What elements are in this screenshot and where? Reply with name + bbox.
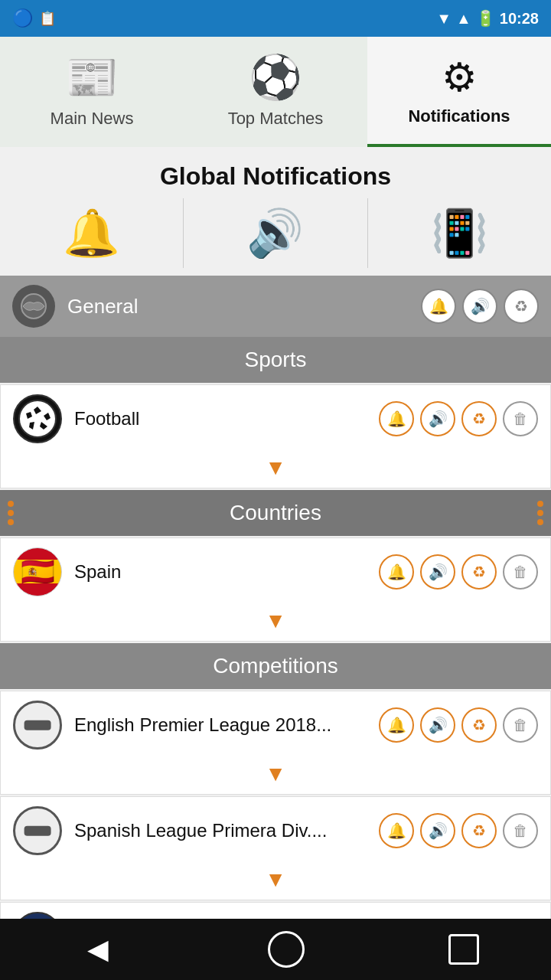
- spain-vibrate-btn[interactable]: ♻: [461, 554, 497, 590]
- laliga-expand-icon: ▼: [265, 867, 286, 892]
- laliga-bell-btn[interactable]: 🔔: [379, 813, 414, 848]
- epl-controls: 🔔 🔊 ♻ 🗑: [379, 707, 538, 743]
- home-button[interactable]: [268, 931, 305, 968]
- epl-bell-btn[interactable]: 🔔: [379, 707, 414, 743]
- epl-chevron[interactable]: ▼: [1, 759, 550, 794]
- back-button[interactable]: ◀: [72, 926, 124, 973]
- football-delete-btn[interactable]: 🗑: [503, 401, 538, 436]
- spain-expand-icon: ▼: [265, 609, 286, 633]
- football-bell-btn[interactable]: 🔔: [379, 401, 414, 436]
- bell-icon-item[interactable]: 🔔: [0, 198, 184, 268]
- status-left: 🔵 📋: [12, 8, 56, 28]
- laliga-chevron[interactable]: ▼: [1, 864, 550, 900]
- general-vibrate-btn[interactable]: ♻: [504, 289, 539, 324]
- laliga-vibrate-btn[interactable]: ♻: [461, 813, 497, 848]
- football-chevron[interactable]: ▼: [1, 452, 550, 488]
- dot4: [537, 501, 543, 507]
- laliga-item: Spanish League Primera Div.... 🔔 🔊 ♻ 🗑 ▼: [0, 796, 551, 900]
- tab-notifications[interactable]: ⚙ Notifications: [367, 37, 551, 147]
- page-title: Global Notifications: [0, 147, 551, 198]
- content-area: Global Notifications 🔔 🔊 📳 General 🔔 🔊 ♻: [0, 147, 551, 919]
- general-avatar: [12, 285, 55, 328]
- svg-point-1: [19, 400, 56, 437]
- tab-main-news[interactable]: 📰 Main News: [0, 37, 184, 147]
- football-icon: [13, 394, 62, 443]
- spain-delete-btn[interactable]: 🗑: [503, 554, 538, 590]
- global-icon-row: 🔔 🔊 📳: [0, 198, 551, 268]
- spain-bell-btn[interactable]: 🔔: [379, 554, 414, 590]
- clock: 10:28: [500, 10, 539, 28]
- battery-icon: 🔋: [476, 9, 495, 28]
- football-label: Football: [74, 408, 367, 430]
- epl-item-row: English Premier League 2018... 🔔 🔊 ♻ 🗑: [1, 691, 550, 759]
- epl-icon: [13, 701, 62, 750]
- epl-expand-icon: ▼: [265, 762, 286, 786]
- sound-icon: 🔊: [246, 206, 304, 260]
- laliga-delete-btn[interactable]: 🗑: [503, 813, 538, 848]
- tab-bar: 📰 Main News ⚽ Top Matches ⚙ Notification…: [0, 37, 551, 147]
- status-right: ▼ ▲ 🔋 10:28: [436, 9, 539, 28]
- nav-bar: ◀: [0, 919, 551, 980]
- recent-button[interactable]: [448, 934, 479, 965]
- football-vibrate-btn[interactable]: ♻: [461, 401, 497, 436]
- spain-chevron[interactable]: ▼: [1, 606, 550, 641]
- top-matches-icon: ⚽: [249, 52, 302, 103]
- laliga-item-row: Spanish League Primera Div.... 🔔 🔊 ♻ 🗑: [1, 797, 550, 864]
- bell-icon: 🔔: [63, 206, 120, 260]
- tab-notifications-label: Notifications: [408, 106, 510, 126]
- ligue1-item-row: LIGUE1 French League 1st Div. 2018... 🔔 …: [1, 903, 550, 919]
- epl-item: English Premier League 2018... 🔔 🔊 ♻ 🗑 ▼: [0, 691, 551, 795]
- ligue1-icon: LIGUE1: [13, 912, 62, 919]
- countries-label: Countries: [21, 501, 530, 525]
- epl-delete-btn[interactable]: 🗑: [503, 707, 538, 743]
- laliga-icon: [13, 806, 62, 855]
- general-sound-btn[interactable]: 🔊: [462, 289, 497, 324]
- epl-vibrate-btn[interactable]: ♻: [461, 707, 497, 743]
- laliga-label: Spanish League Primera Div....: [74, 820, 367, 841]
- spain-flag-icon: 🇪🇸: [13, 547, 62, 596]
- dot5: [537, 510, 543, 516]
- competitions-section-header: Competitions: [0, 643, 551, 689]
- signal-icon: ▲: [456, 10, 471, 28]
- dot6: [537, 519, 543, 525]
- dot1: [8, 501, 14, 507]
- epl-label: English Premier League 2018...: [74, 714, 367, 736]
- ligue1-item: LIGUE1 French League 1st Div. 2018... 🔔 …: [0, 902, 551, 919]
- spain-item-row: 🇪🇸 Spain 🔔 🔊 ♻ 🗑: [1, 538, 550, 606]
- football-item: Football 🔔 🔊 ♻ 🗑 ▼: [0, 384, 551, 488]
- spain-sound-btn[interactable]: 🔊: [420, 554, 455, 590]
- status-bar: 🔵 📋 ▼ ▲ 🔋 10:28: [0, 0, 551, 37]
- epl-sound-btn[interactable]: 🔊: [420, 707, 455, 743]
- vibrate-icon-item[interactable]: 📳: [368, 198, 551, 268]
- sports-label: Sports: [245, 348, 307, 371]
- sound-icon-item[interactable]: 🔊: [184, 198, 367, 268]
- laliga-controls: 🔔 🔊 ♻ 🗑: [379, 813, 538, 848]
- tab-main-news-label: Main News: [51, 109, 134, 129]
- right-dots: [530, 501, 551, 525]
- sim-icon: 📋: [39, 10, 56, 27]
- laliga-sound-btn[interactable]: 🔊: [420, 813, 455, 848]
- tab-top-matches-label: Top Matches: [228, 109, 324, 129]
- vibrate-icon: 📳: [431, 206, 488, 260]
- football-sound-btn[interactable]: 🔊: [420, 401, 455, 436]
- dot3: [8, 519, 14, 525]
- football-item-row: Football 🔔 🔊 ♻ 🗑: [1, 385, 550, 452]
- football-expand-icon: ▼: [265, 456, 286, 480]
- spain-label: Spain: [74, 561, 367, 583]
- general-bell-btn[interactable]: 🔔: [421, 289, 456, 324]
- general-row: General 🔔 🔊 ♻: [0, 276, 551, 337]
- notifications-icon: ⚙: [442, 54, 478, 100]
- main-news-icon: 📰: [65, 52, 119, 103]
- wifi-icon: ▼: [436, 10, 452, 28]
- tab-top-matches[interactable]: ⚽ Top Matches: [184, 37, 367, 147]
- spain-controls: 🔔 🔊 ♻ 🗑: [379, 554, 538, 590]
- competitions-label: Competitions: [213, 654, 337, 678]
- left-dots: [0, 501, 21, 525]
- spain-item: 🇪🇸 Spain 🔔 🔊 ♻ 🗑 ▼: [0, 537, 551, 642]
- general-label: General: [67, 295, 139, 318]
- carrier-icon: 🔵: [12, 8, 33, 28]
- dot2: [8, 510, 14, 516]
- football-controls: 🔔 🔊 ♻ 🗑: [379, 401, 538, 436]
- countries-section-header: Countries: [0, 490, 551, 536]
- sports-section-header: Sports: [0, 337, 551, 383]
